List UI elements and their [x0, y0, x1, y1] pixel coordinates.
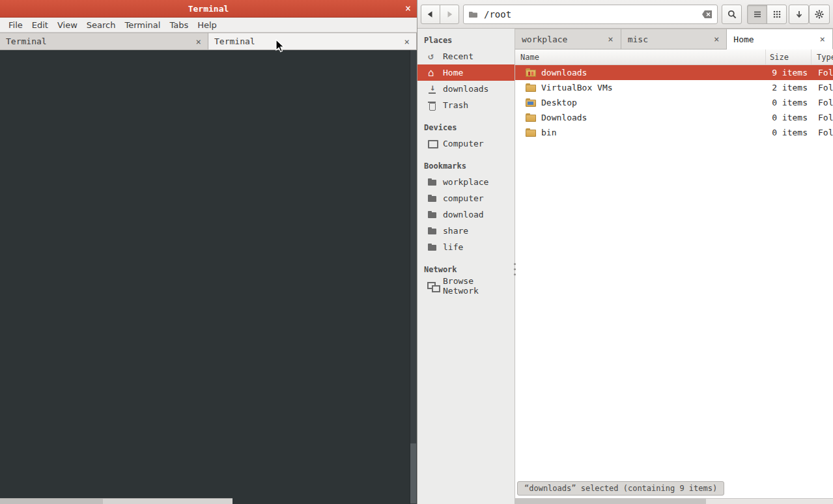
file-row[interactable]: Desktop 0 items Folder [515, 95, 833, 110]
file-name-cell: VirtualBox VMs [515, 83, 766, 92]
column-header-name[interactable]: Name [515, 49, 766, 64]
terminal-tabbar: Terminal × Terminal × [0, 33, 417, 50]
file-list-area: downloads 9 items Folder VirtualBox VMs … [515, 65, 833, 498]
sidebar-item[interactable]: Recent [417, 48, 515, 64]
background-scrollbar-thumb[interactable] [0, 499, 103, 504]
search-button[interactable] [722, 5, 742, 24]
list-view-button[interactable] [747, 5, 767, 24]
sidebar-item-label: Browse Network [443, 276, 511, 296]
terminal-line: || .::::::::::'' || [2, 79, 410, 92]
folder-icon [526, 83, 537, 92]
file-type: Folder [812, 128, 833, 137]
terminal-line: ******** please make sure the proxy soft… [2, 287, 410, 300]
terminal-tab[interactable]: Terminal × [0, 33, 208, 49]
sidebar-item[interactable]: download [417, 206, 515, 223]
sidebar-item[interactable]: life [417, 239, 515, 255]
sidebar-item[interactable]: Computer [417, 135, 515, 152]
sidebar-item[interactable]: Browse Network [417, 277, 515, 294]
tab-close-icon[interactable]: × [195, 36, 202, 47]
terminal-line: || .:::::::::::::::.' || [2, 53, 410, 66]
network-icon [427, 281, 438, 291]
folder-gray-icon [427, 242, 438, 253]
path-input[interactable] [483, 8, 697, 20]
menu-item[interactable]: Terminal [120, 19, 165, 31]
tab-close-icon[interactable]: × [404, 36, 410, 47]
sidebar-item-label: computer [443, 193, 484, 203]
file-name: bin [541, 128, 556, 137]
background-horizontal-scrollbar[interactable] [0, 498, 233, 504]
terminal-line [2, 313, 410, 326]
terminal-line: || .:::' ':::::::::::::. '::::: || [2, 170, 410, 183]
down-arrow-icon [794, 9, 804, 20]
pane-splitter-handle[interactable] [513, 262, 517, 279]
tab-close-icon[interactable]: × [819, 34, 826, 44]
window-title: Terminal [0, 4, 417, 14]
terminal-line: || .:::. ':::::' '::: || [2, 105, 410, 118]
file-size: 0 items [766, 98, 812, 107]
file-name-cell: Downloads [515, 113, 766, 122]
window-close-icon[interactable]: × [405, 3, 411, 14]
tab-label: workplace [522, 35, 607, 44]
sidebar-item-label: life [443, 242, 463, 252]
file-manager-tab[interactable]: Home × [727, 29, 833, 49]
terminal-line: || .:::::::. ::::. '::::. || [2, 118, 410, 131]
terminal-line: just parse topics which include the kewo… [2, 443, 410, 456]
terminal-scrollbar[interactable] [410, 50, 417, 504]
sidebar-item[interactable]: downloads [417, 81, 515, 97]
sidebar-item[interactable]: Home [417, 64, 515, 81]
grid-view-button[interactable] [767, 5, 787, 24]
path-bar[interactable] [463, 5, 718, 24]
sidebar-item-label: Trash [443, 100, 468, 110]
menu-item[interactable]: Search [82, 19, 120, 31]
folder-gray-icon [427, 226, 438, 236]
sidebar-section: Bookmarks workplace computer downloa [417, 157, 515, 255]
menu-item[interactable]: Tabs [165, 19, 193, 31]
menu-item[interactable]: Help [193, 19, 221, 31]
clear-path-icon[interactable] [701, 10, 713, 19]
file-size: 0 items [766, 128, 812, 137]
forward-button[interactable] [440, 5, 459, 24]
column-header-type[interactable]: Type [812, 49, 833, 64]
sidebar-item-label: workplace [443, 177, 488, 187]
file-row[interactable]: VirtualBox VMs 2 items Folder [515, 80, 833, 95]
sidebar-item[interactable]: Trash [417, 97, 515, 113]
sidebar-item[interactable]: computer [417, 190, 515, 206]
file-type: Folder [812, 98, 833, 107]
menu-item[interactable]: File [4, 19, 27, 31]
file-row[interactable]: bin 0 items Folder [515, 125, 833, 140]
terminal-line: || .:::::' '::::::. ::::. '::. || [2, 144, 410, 157]
horizontal-scrollbar-thumb[interactable] [515, 499, 706, 504]
file-manager-window: Places Recent Home downloads [417, 0, 833, 504]
file-type: Folder [812, 68, 833, 77]
sidebar-section-items: Computer [417, 135, 515, 152]
column-header-size[interactable]: Size [766, 49, 812, 64]
file-type: Folder [812, 113, 833, 122]
tab-label: misc [628, 35, 713, 44]
tab-close-icon[interactable]: × [607, 34, 614, 44]
file-size: 9 items [766, 68, 812, 77]
menu-item[interactable]: Edit [27, 19, 53, 31]
terminal-tab[interactable]: Terminal × [208, 33, 417, 49]
file-manager-tab[interactable]: workplace × [515, 29, 621, 49]
file-list-horizontal-scrollbar[interactable] [515, 498, 833, 504]
file-manager-tab[interactable]: misc × [621, 29, 727, 49]
settings-button[interactable] [809, 5, 830, 24]
back-button[interactable] [421, 5, 440, 24]
sidebar-item[interactable]: share [417, 223, 515, 239]
file-row[interactable]: Downloads 0 items Folder [515, 110, 833, 125]
terminal-titlebar[interactable]: Terminal × [0, 0, 417, 18]
terminal-line: the download picture timeout seconds "32… [2, 352, 410, 365]
tab-close-icon[interactable]: × [713, 34, 720, 44]
terminal-line [2, 261, 410, 274]
sidebar-section-items: Recent Home downloads Trash [417, 48, 515, 113]
terminal-scrollbar-thumb[interactable] [410, 443, 416, 503]
computer-icon [427, 139, 438, 149]
terminal-output: || .:::::::::::::::.' || || .::::::::::.… [0, 50, 417, 504]
terminal-tab-label: Terminal [214, 36, 404, 46]
file-list: downloads 9 items Folder VirtualBox VMs … [515, 65, 833, 140]
sidebar-section: Devices Computer [417, 119, 515, 152]
download-button[interactable] [789, 5, 809, 24]
sidebar-item[interactable]: workplace [417, 174, 515, 190]
menu-item[interactable]: View [53, 19, 82, 31]
file-row[interactable]: downloads 9 items Folder [515, 65, 833, 80]
